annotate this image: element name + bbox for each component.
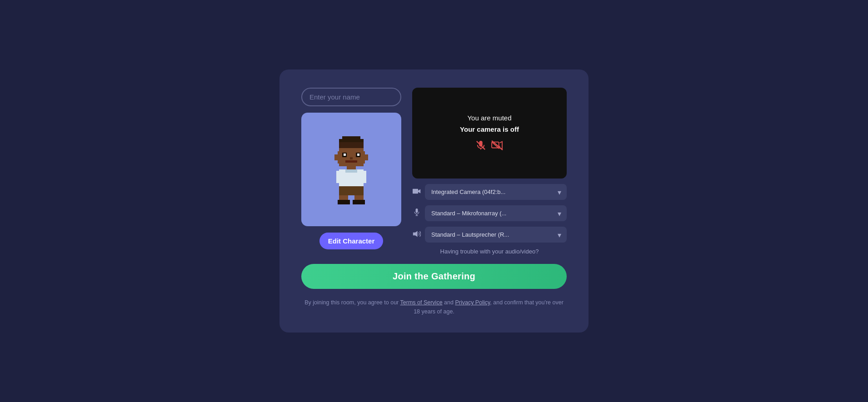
microphone-device-icon	[412, 208, 421, 218]
speaker-select[interactable]: Standard – Lautsprecher (R...	[425, 227, 567, 243]
camera-select-wrapper[interactable]: Integrated Camera (04f2:b...	[425, 184, 567, 200]
join-gathering-button[interactable]: Join the Gathering	[301, 264, 567, 289]
camera-select[interactable]: Integrated Camera (04f2:b...	[425, 184, 567, 200]
svg-rect-3	[339, 148, 363, 151]
character-sprite	[326, 133, 376, 206]
svg-rect-26	[416, 208, 418, 213]
svg-marker-27	[413, 231, 418, 237]
svg-rect-8	[357, 154, 359, 156]
speaker-device-icon	[412, 230, 421, 239]
join-modal: Edit Character You are muted Your camera…	[279, 69, 589, 333]
svg-rect-19	[339, 186, 363, 195]
speaker-select-wrapper[interactable]: Standard – Lautsprecher (R...	[425, 227, 567, 243]
camera-off-status: Your camera is off	[460, 125, 519, 133]
svg-rect-2	[339, 142, 363, 148]
svg-rect-11	[339, 164, 363, 167]
right-column: You are muted Your camera is off	[412, 88, 567, 255]
svg-rect-17	[362, 171, 366, 183]
microphone-device-row: Standard – Mikrofonarray (...	[412, 205, 567, 221]
svg-rect-0	[342, 136, 360, 139]
svg-rect-23	[353, 200, 365, 204]
camera-off-icon	[491, 140, 503, 153]
tos-link[interactable]: Terms of Service	[400, 299, 443, 306]
character-card	[301, 113, 401, 226]
svg-rect-10	[345, 160, 358, 163]
svg-rect-9	[350, 157, 353, 159]
media-status-icons	[476, 140, 503, 153]
microphone-select-wrapper[interactable]: Standard – Mikrofonarray (...	[425, 205, 567, 221]
edit-character-button[interactable]: Edit Character	[319, 233, 383, 249]
svg-rect-16	[336, 171, 341, 183]
terms-text: By joining this room, you agree to our T…	[301, 298, 567, 316]
video-preview: You are muted Your camera is off	[412, 88, 567, 179]
svg-rect-7	[344, 154, 346, 156]
name-input[interactable]	[301, 88, 401, 106]
privacy-link[interactable]: Privacy Policy	[455, 299, 490, 306]
camera-device-row: Integrated Camera (04f2:b...	[412, 184, 567, 200]
muted-mic-icon	[476, 140, 486, 153]
svg-rect-18	[345, 169, 358, 173]
left-column: Edit Character	[301, 88, 401, 249]
svg-rect-22	[338, 200, 350, 204]
svg-rect-13	[364, 154, 368, 160]
microphone-select[interactable]: Standard – Mikrofonarray (...	[425, 205, 567, 221]
svg-rect-12	[334, 154, 339, 160]
speaker-device-row: Standard – Lautsprecher (R...	[412, 227, 567, 243]
trouble-link[interactable]: Having trouble with your audio/video?	[412, 248, 567, 255]
svg-rect-14	[347, 166, 356, 169]
top-section: Edit Character You are muted Your camera…	[301, 88, 567, 255]
svg-rect-1	[339, 139, 363, 142]
camera-device-icon	[412, 188, 421, 196]
muted-status: You are muted	[467, 114, 511, 122]
